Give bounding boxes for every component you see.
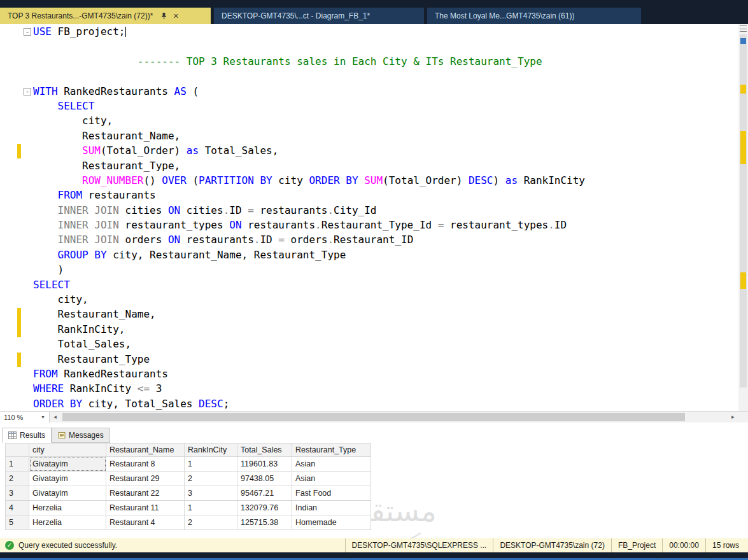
grid-cell[interactable]: 2	[185, 472, 237, 486]
grid-cell[interactable]: Restaurant 29	[106, 472, 185, 486]
grid-row-number[interactable]: 2	[5, 472, 29, 486]
grid-cell[interactable]: Indian	[292, 501, 371, 515]
fold-toggle-icon[interactable]: -	[24, 28, 31, 36]
grid-cell[interactable]: 119601.83	[237, 457, 292, 472]
scroll-right-button[interactable]: ►	[728, 412, 738, 423]
chevron-down-icon: ▼	[41, 415, 45, 419]
code-line[interactable]: SELECT	[33, 277, 585, 292]
grid-cell[interactable]: 97438.05	[237, 472, 292, 486]
code-line[interactable]: INNER JOIN orders ON restaurants.ID = or…	[33, 232, 585, 247]
grid-row: 3GivatayimRestaurant 22395467.21Fast Foo…	[5, 486, 371, 501]
grid-cell[interactable]: Restaurant 8	[106, 457, 185, 472]
grid-cell[interactable]: 3	[185, 486, 237, 501]
success-check-icon: ✓	[5, 541, 14, 550]
code-line[interactable]: USE FB_project;	[33, 24, 585, 39]
grid-corner-cell[interactable]	[5, 443, 29, 457]
horizontal-scrollbar[interactable]	[60, 412, 728, 423]
grid-cell[interactable]: 95467.21	[237, 486, 292, 501]
grid-row-number[interactable]: 4	[5, 501, 29, 515]
editor-bottom-bar: 110 % ▼ ◄ ►	[0, 411, 748, 423]
code-line[interactable]: RankInCity,	[33, 322, 585, 337]
status-rowcount: 15 rows	[705, 538, 745, 552]
grid-cell[interactable]: Givatayim	[29, 457, 106, 472]
grid-cell[interactable]: Fast Food	[292, 486, 371, 501]
code-line[interactable]: Restaurant_Type	[33, 352, 585, 367]
grid-col-header[interactable]: city	[29, 443, 106, 457]
code-line[interactable]	[33, 69, 585, 83]
code-line[interactable]: ------- TOP 3 Restaurants sales in Each …	[33, 54, 585, 69]
code-line[interactable]: )	[33, 262, 585, 277]
code-line[interactable]: INNER JOIN cities ON cities.ID = restaur…	[33, 203, 585, 218]
code-line[interactable]: WITH RankedRestaurants AS (	[33, 84, 585, 99]
grid-cell[interactable]: Givatayim	[29, 486, 106, 501]
grid-col-header[interactable]: Restaurant_Type	[292, 443, 371, 457]
code-line[interactable]: ORDER BY city, Total_Sales DESC;	[33, 396, 585, 411]
code-line[interactable]: Total_Sales,	[33, 337, 585, 351]
grid-row-number[interactable]: 1	[5, 457, 29, 472]
grid-cell[interactable]: Asian	[292, 472, 371, 486]
close-icon[interactable]: ×	[173, 11, 178, 20]
code-line[interactable]: city,	[33, 292, 585, 307]
code-line[interactable]: FROM restaurants	[33, 188, 585, 202]
code-line[interactable]: FROM RankedRestaurants	[33, 367, 585, 381]
tab-messages[interactable]: Messages	[52, 428, 110, 443]
document-tab-bar: TOP 3 Restaurants...-GMT4735\zain (72))*…	[0, 8, 748, 24]
grid-col-header[interactable]: RankInCity	[185, 443, 237, 457]
tab-results[interactable]: Results	[2, 428, 52, 443]
grid-cell[interactable]: Herzelia	[29, 501, 106, 515]
grid-cell[interactable]: Asian	[292, 457, 371, 472]
document-tab[interactable]: The Most Loyal Me...GMT4735\zain (61))	[427, 8, 641, 24]
code-line[interactable]: SUM(Total_Order) as Total_Sales,	[33, 143, 585, 158]
grid-cell[interactable]: 2	[185, 515, 237, 530]
fold-toggle-icon[interactable]: -	[24, 88, 31, 95]
grid-cell[interactable]: Restaurant 22	[106, 486, 185, 501]
grid-col-header[interactable]: Total_Sales	[237, 443, 292, 457]
code-line[interactable]: SELECT	[33, 99, 585, 113]
code-line[interactable]: Restaurant_Name,	[33, 129, 585, 143]
grid-cell[interactable]: Homemade	[292, 515, 371, 530]
grid-row: 4HerzeliaRestaurant 111132079.76Indian	[5, 501, 371, 515]
code-line[interactable]: GROUP BY city, Restaurant_Name, Restaura…	[33, 248, 585, 262]
tab-label: TOP 3 Restaurants...-GMT4735\zain (72))*	[8, 11, 153, 20]
code-lines[interactable]: USE FB_project; ------- TOP 3 Restaurant…	[33, 24, 585, 411]
grid-col-header[interactable]: Restaurant_Name	[106, 443, 185, 457]
grid-cell[interactable]: 132079.76	[237, 501, 292, 515]
grid-cell[interactable]: Givatayim	[29, 472, 106, 486]
editor-margin: --	[0, 24, 33, 411]
code-line[interactable]: WHERE RankInCity <= 3	[33, 381, 585, 396]
grid-row-number[interactable]: 3	[5, 486, 29, 501]
grid-row-number[interactable]: 5	[5, 515, 29, 530]
grid-cell[interactable]: 1	[185, 501, 237, 515]
document-tab-active[interactable]: TOP 3 Restaurants...-GMT4735\zain (72))*…	[0, 8, 211, 24]
hscroll-thumb[interactable]	[62, 413, 685, 421]
results-grid: cityRestaurant_NameRankInCityTotal_Sales…	[5, 443, 371, 530]
code-line[interactable]: Restaurant_Name,	[33, 307, 585, 321]
code-line[interactable]: ROW_NUMBER() OVER (PARTITION BY city ORD…	[33, 173, 585, 188]
scrollbar-position-marker	[740, 38, 746, 44]
code-line[interactable]: Restaurant_Type,	[33, 158, 585, 173]
code-line[interactable]	[33, 39, 585, 53]
status-server: DESKTOP-GMT4735\SQLEXPRESS ...	[345, 538, 493, 552]
code-line[interactable]: INNER JOIN restaurant_types ON restauran…	[33, 218, 585, 232]
grid-cell[interactable]: Restaurant 4	[106, 515, 185, 530]
results-grid-icon	[8, 431, 17, 439]
grid-cell[interactable]: Herzelia	[29, 515, 106, 530]
grid-cell[interactable]: 125715.38	[237, 515, 292, 530]
app-root: TOP 3 Restaurants...-GMT4735\zain (72))*…	[0, 0, 748, 560]
zoom-level: 110 %	[4, 414, 23, 421]
sql-editor[interactable]: -- USE FB_project; ------- TOP 3 Restaur…	[0, 24, 738, 411]
status-database: FB_Project	[611, 538, 662, 552]
grid-row: 2GivatayimRestaurant 29297438.05Asian	[5, 472, 371, 486]
grid-row: 1GivatayimRestaurant 81119601.83Asian	[5, 457, 371, 472]
vertical-scrollbar[interactable]	[738, 24, 748, 411]
grid-cell[interactable]: 1	[185, 457, 237, 472]
code-line[interactable]: city,	[33, 113, 585, 128]
scroll-left-button[interactable]: ◄	[50, 412, 60, 423]
status-message: Query executed successfully.	[18, 541, 117, 550]
pin-icon[interactable]	[160, 12, 167, 20]
grid-cell[interactable]: Restaurant 11	[106, 501, 185, 515]
zoom-select[interactable]: 110 % ▼	[0, 412, 50, 423]
change-tracking-bar	[17, 353, 21, 367]
scrollbar-menu-icon[interactable]	[740, 25, 747, 32]
document-tab[interactable]: DESKTOP-GMT4735\...ct - Diagram_FB_1*	[214, 8, 424, 24]
